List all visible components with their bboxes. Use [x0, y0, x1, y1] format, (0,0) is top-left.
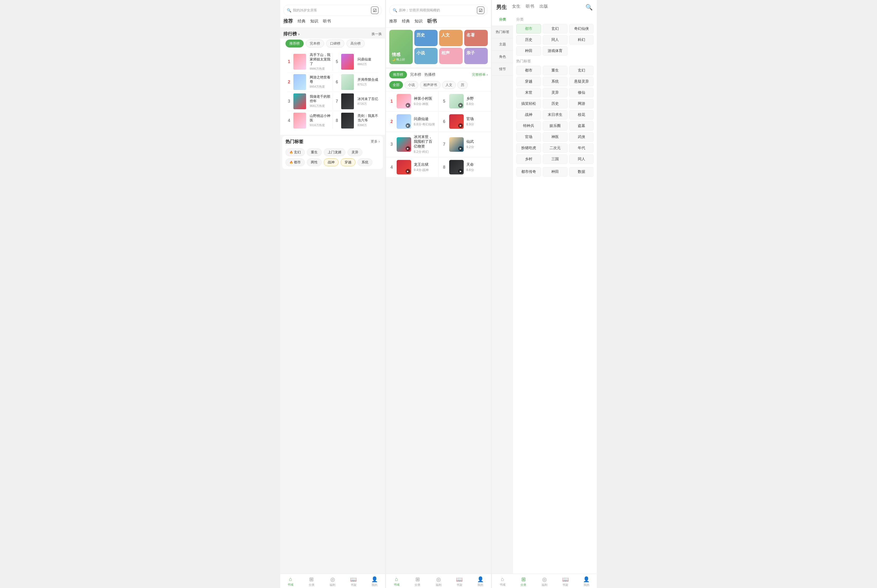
rank-tab-complete[interactable]: 完本榜	[306, 40, 324, 48]
ranking-tab-complete[interactable]: 完本榜	[410, 72, 421, 77]
tab-knowledge-1[interactable]: 知识	[310, 19, 318, 24]
bottom-nav-shucheng-1[interactable]: ⌂ 书城	[280, 576, 301, 587]
p3-hot-xuanyi[interactable]: 悬疑灵异	[569, 77, 594, 86]
rank-tab-recommend[interactable]: 推荐榜	[286, 40, 304, 48]
play-btn-3[interactable]: ▶	[406, 146, 411, 151]
p3-hot-shenyi[interactable]: 神医	[543, 132, 567, 142]
p3-nav-audio[interactable]: 听书	[526, 4, 534, 11]
sidebar-item-hotags[interactable]: 热门标签	[492, 26, 513, 38]
p3-hot-gaoxiao[interactable]: 搞笑轻松	[516, 99, 541, 108]
ranking-tab-recommend[interactable]: 推荐榜	[389, 71, 407, 78]
p3-bottom-tag-1[interactable]: 都市传奇	[516, 167, 541, 177]
tag-chuanyue[interactable]: 穿越	[341, 158, 355, 166]
cat-novel[interactable]: 小说	[414, 48, 438, 64]
tab-recommend-1[interactable]: 推荐	[283, 18, 293, 25]
tag-zhanshen[interactable]: 战神	[324, 158, 338, 166]
tag-chongsheng[interactable]: 重生	[307, 148, 322, 156]
p3-hot-xitong[interactable]: 系统	[543, 77, 567, 86]
audio-item-2[interactable]: 2 ▶ 问鼎仙途 8.8分·奇幻仙侠	[386, 112, 438, 132]
play-btn-1[interactable]: ▶	[406, 103, 411, 108]
p3-tag-zhengtian[interactable]: 种田	[516, 46, 541, 56]
book-item-4[interactable]: 4 山野桃运小神医 9316万热度	[287, 113, 330, 129]
p3-tag-qihuanxiaxia[interactable]: 奇幻仙侠	[569, 24, 594, 33]
refresh-btn[interactable]: 换一换	[372, 32, 382, 36]
filter-standup[interactable]: 相声评书	[420, 81, 441, 89]
bottom-nav-fenlei-1[interactable]: ⊞ 分类	[301, 576, 322, 587]
cat-standup[interactable]: 相声	[439, 48, 463, 64]
p3-hot-chongsheng[interactable]: 重生	[543, 66, 567, 75]
p3-nav-male[interactable]: 男生	[496, 4, 507, 11]
audio-item-5[interactable]: 5 ▶ 乡野 8.8分	[439, 92, 491, 111]
p3-hot-xiangcun[interactable]: 乡村	[516, 154, 541, 164]
bottom-nav-fuli-1[interactable]: ◎ 福利	[322, 576, 343, 587]
sidebar-item-role[interactable]: 角色	[492, 51, 513, 63]
bottom-nav-fenlei-2[interactable]: ⊞ 分类	[407, 576, 428, 587]
book-item-5[interactable]: 5 问鼎仙途 8862万	[335, 53, 378, 71]
bottom-nav-shucheng-3[interactable]: ⌂ 书城	[492, 576, 513, 587]
p3-hot-lingyi[interactable]: 灵异	[543, 88, 567, 98]
rank-tab-highscore[interactable]: 高分榜	[346, 40, 365, 48]
book-item-3[interactable]: 3 我做老千的那些年 9681万热度	[287, 93, 330, 109]
search-bar-1[interactable]: 🔍 我的26岁女房客 ☑	[283, 5, 382, 16]
book-item-6[interactable]: 6 开局帝限合成 8751万	[335, 74, 378, 90]
search-bar-2[interactable]: 🔍 原神：甘雨开局喂我喝椰奶 ☑	[389, 5, 488, 16]
bottom-nav-shujia-3[interactable]: 📖 书架	[555, 576, 576, 587]
bottom-nav-wode-1[interactable]: 👤 我的	[364, 576, 385, 587]
cat-emotion[interactable]: 情感 🌙 晚上好	[389, 30, 413, 64]
p3-hot-yulequ[interactable]: 娱乐圈	[543, 121, 567, 130]
tag-liangxing[interactable]: 两性	[307, 158, 322, 166]
play-btn-8[interactable]: ▶	[458, 169, 463, 174]
audio-item-8[interactable]: 8 ▶ 天命 8.6分	[439, 157, 491, 177]
p3-hot-xuanhuan[interactable]: 玄幻	[569, 66, 594, 75]
bottom-nav-fuli-2[interactable]: ◎ 福利	[428, 576, 449, 587]
tab-audio-2[interactable]: 听书	[427, 18, 437, 25]
p3-bottom-tag-2[interactable]: 种田	[543, 167, 567, 177]
p3-hot-sanguo[interactable]: 三国	[543, 154, 567, 164]
cat-children[interactable]: 亲子	[464, 48, 488, 64]
p3-hot-xiuxian[interactable]: 修仙	[569, 88, 594, 98]
ranking-tab-hot[interactable]: 热播榜	[424, 72, 435, 77]
p3-hot-daomu[interactable]: 盗墓	[569, 121, 594, 130]
tab-recommend-2[interactable]: 推荐	[389, 19, 397, 24]
tag-lingyi[interactable]: 灵异	[347, 148, 362, 156]
bottom-nav-shujia-2[interactable]: 📖 书架	[449, 576, 470, 587]
p3-hot-banzhu[interactable]: 扮猪吃虎	[516, 143, 541, 153]
play-btn-2[interactable]: ▶	[406, 123, 411, 128]
book-item-2[interactable]: 2 网游之绝世毒尊 9954万热度	[287, 74, 330, 90]
audio-item-4[interactable]: 4 ▶ 龙王出狱 9.4分·战神	[386, 157, 438, 177]
p3-nav-female[interactable]: 女生	[512, 4, 520, 11]
p3-hot-tezhongbing[interactable]: 特种兵	[516, 121, 541, 130]
p3-tag-xuanhuan[interactable]: 玄幻	[543, 24, 567, 33]
p3-hot-niandai[interactable]: 年代	[569, 143, 594, 153]
p3-tag-kehuan[interactable]: 科幻	[569, 35, 594, 45]
play-btn-6[interactable]: ▶	[458, 123, 463, 128]
filter-humanities[interactable]: 人文	[442, 81, 456, 89]
p3-hot-chuanyue[interactable]: 穿越	[516, 77, 541, 86]
p3-hot-moshi[interactable]: 末世	[516, 88, 541, 98]
play-btn-4[interactable]: ▶	[406, 169, 411, 174]
bookmark-btn-2[interactable]: ☑	[477, 7, 484, 14]
tab-knowledge-2[interactable]: 知识	[415, 19, 423, 24]
p3-tag-lishi[interactable]: 历史	[516, 35, 541, 45]
p3-hot-moriqiusheng[interactable]: 末日求生	[543, 110, 567, 120]
sidebar-item-plot[interactable]: 情节	[492, 63, 513, 75]
bottom-nav-shujia-1[interactable]: 📖 书架	[343, 576, 364, 587]
filter-novel[interactable]: 小说	[405, 81, 418, 89]
sidebar-item-theme[interactable]: 主题	[492, 38, 513, 51]
p3-search-icon[interactable]: 🔍	[585, 4, 593, 11]
filter-history[interactable]: 历	[457, 81, 468, 89]
p3-hot-dushi[interactable]: 都市	[516, 66, 541, 75]
bottom-nav-wode-3[interactable]: 👤 我的	[576, 576, 597, 587]
audio-item-6[interactable]: 6 ▶ 官场 8.9分	[439, 112, 491, 132]
play-btn-5[interactable]: ▶	[458, 103, 463, 108]
tag-xitong[interactable]: 系统	[358, 158, 372, 166]
sidebar-item-fenlei[interactable]: 分类	[492, 14, 513, 26]
bottom-nav-wode-2[interactable]: 👤 我的	[470, 576, 491, 587]
p3-nav-publish[interactable]: 出版	[540, 4, 548, 11]
tab-audio-1[interactable]: 听书	[323, 19, 331, 24]
tag-dushi[interactable]: 都市	[286, 158, 305, 166]
book-item-1[interactable]: 1 高手下山，我家师姐太宠我了 9986万热度	[287, 53, 330, 71]
bottom-nav-shucheng-2[interactable]: ⌂ 书城	[386, 576, 407, 587]
book-item-7[interactable]: 7 冰河未了百亿 8726万	[335, 93, 378, 109]
tag-xuanhuan[interactable]: 玄幻	[286, 148, 305, 156]
